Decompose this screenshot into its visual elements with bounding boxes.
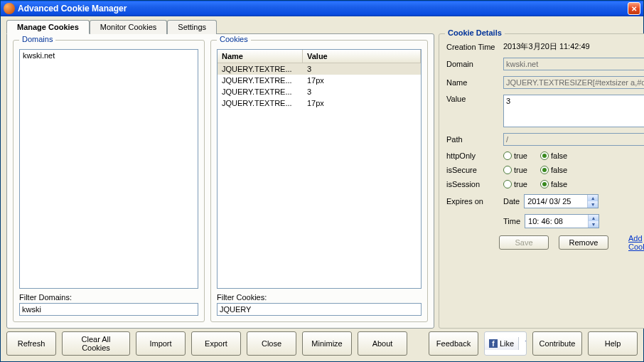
feedback-button[interactable]: Feedback — [429, 331, 478, 356]
domain-label: Domain — [446, 60, 499, 68]
cookies-rows: JQUERY.TEXTRE... 3 JQUERY.TEXTRE... 17px… — [218, 63, 421, 109]
app-window: Advanced Cookie Manager ✕ Manage Cookies… — [0, 0, 644, 362]
path-label: Path — [446, 135, 499, 144]
row-value: Value — [446, 95, 644, 127]
clear-all-cookies-button[interactable]: Clear All Cookies — [62, 331, 130, 356]
creation-time-value: 2013年3月20日 11:42:49 — [503, 41, 590, 52]
app-icon — [4, 3, 15, 14]
expires-time-spinner[interactable]: ▲ ▼ — [525, 214, 599, 228]
tab-manage-cookies[interactable]: Manage Cookies — [6, 20, 90, 34]
import-button[interactable]: Import — [136, 331, 186, 356]
filter-domains-label: Filter Domains: — [19, 293, 198, 302]
export-button[interactable]: Export — [191, 331, 241, 356]
filter-domains-input[interactable] — [19, 303, 198, 316]
value-label: Value — [446, 95, 499, 103]
row-issecure: isSecure true false — [446, 166, 644, 174]
expires-time-input[interactable] — [525, 215, 588, 228]
creation-time-label: Creation Time — [446, 43, 499, 51]
domains-legend: Domains — [19, 35, 55, 43]
like-count: 72 — [519, 337, 527, 350]
refresh-button[interactable]: Refresh — [6, 331, 56, 356]
facebook-like-widget[interactable]: f Like 72 — [484, 331, 527, 356]
close-icon: ✕ — [631, 5, 637, 13]
add-cookie-link[interactable]: Add Cookie — [628, 234, 644, 251]
radio-icon — [540, 151, 549, 160]
radio-icon — [503, 151, 512, 160]
radio-icon — [503, 166, 512, 174]
row-expires-date: Expires on Date ▲ ▼ — [446, 194, 644, 208]
issecure-true-radio[interactable]: true — [503, 166, 527, 174]
cell-value: 17px — [303, 97, 421, 109]
cookies-fieldset: Cookies Name Value JQUERY.TEXTRE... 3 — [210, 40, 428, 322]
bottom-toolbar: Refresh Clear All Cookies Import Export … — [6, 331, 638, 356]
row-creation-time: Creation Time 2013年3月20日 11:42:49 — [446, 41, 644, 52]
close-button[interactable]: Close — [247, 331, 296, 356]
expires-date-spinner[interactable]: ▲ ▼ — [524, 194, 599, 208]
cookies-table[interactable]: Name Value JQUERY.TEXTRE... 3 JQUERY.TEX… — [217, 49, 422, 289]
table-row[interactable]: JQUERY.TEXTRE... 17px — [218, 75, 421, 86]
cookie-details-panel: Cookie Details Creation Time 2013年3月20日 … — [439, 33, 644, 329]
cell-value: 3 — [303, 86, 421, 97]
facebook-icon: f — [489, 339, 498, 348]
spin-up-icon[interactable]: ▲ — [589, 215, 599, 221]
time-label: Time — [503, 217, 520, 225]
radio-icon — [540, 180, 549, 188]
row-path: Path — [446, 133, 644, 146]
close-window-button[interactable]: ✕ — [628, 2, 640, 15]
domains-listbox[interactable]: kwski.net — [19, 49, 198, 289]
row-httponly: httpOnly true false — [446, 151, 644, 160]
filter-cookies-input[interactable] — [217, 303, 422, 316]
issecure-false-radio[interactable]: false — [540, 166, 567, 174]
path-field — [503, 133, 644, 146]
table-row[interactable]: JQUERY.TEXTRE... 3 — [218, 63, 421, 75]
expires-label: Expires on — [446, 197, 499, 206]
detail-buttons: Save Remove Add Cookie — [499, 234, 644, 251]
cookies-header: Name Value — [218, 50, 421, 63]
cell-value: 3 — [303, 63, 421, 75]
col-value[interactable]: Value — [303, 50, 421, 63]
remove-button[interactable]: Remove — [559, 235, 608, 250]
col-name[interactable]: Name — [218, 50, 303, 63]
value-field[interactable] — [503, 95, 644, 127]
spin-down-icon[interactable]: ▼ — [588, 201, 598, 208]
expires-date-input[interactable] — [525, 195, 587, 208]
domains-fieldset: Domains kwski.net Filter Domains: — [13, 40, 205, 322]
httponly-true-radio[interactable]: true — [503, 151, 527, 160]
name-label: Name — [446, 78, 499, 87]
domain-item[interactable]: kwski.net — [20, 50, 198, 61]
domain-field — [503, 58, 644, 70]
spin-up-icon[interactable]: ▲ — [588, 195, 598, 201]
about-button[interactable]: About — [358, 331, 407, 356]
issession-true-radio[interactable]: true — [503, 180, 527, 188]
spin-down-icon[interactable]: ▼ — [589, 221, 599, 228]
table-row[interactable]: JQUERY.TEXTRE... 3 — [218, 86, 421, 97]
row-name: Name — [446, 76, 644, 89]
tab-page: Domains kwski.net Filter Domains: Cookie… — [6, 33, 434, 329]
issession-label: isSession — [446, 180, 499, 188]
like-label: Like — [500, 339, 514, 348]
titlebar: Advanced Cookie Manager ✕ — [1, 1, 643, 16]
main-grid: Domains kwski.net Filter Domains: Cookie… — [6, 33, 638, 329]
tab-monitor-cookies[interactable]: Monitor Cookies — [90, 20, 167, 34]
name-field — [503, 76, 644, 89]
row-domain: Domain — [446, 58, 644, 70]
tab-settings[interactable]: Settings — [167, 20, 217, 34]
issession-false-radio[interactable]: false — [540, 180, 567, 188]
spin-buttons: ▲ ▼ — [587, 195, 598, 208]
httponly-label: httpOnly — [446, 151, 499, 160]
window-title: Advanced Cookie Manager — [18, 4, 628, 14]
minimize-button[interactable]: Minimize — [302, 331, 352, 356]
tabstrip: Manage Cookies Monitor Cookies Settings — [6, 19, 638, 33]
httponly-false-radio[interactable]: false — [540, 151, 567, 160]
cell-name: JQUERY.TEXTRE... — [218, 63, 303, 75]
issecure-label: isSecure — [446, 166, 499, 174]
table-row[interactable]: JQUERY.TEXTRE... 17px — [218, 97, 421, 109]
radio-icon — [503, 180, 512, 188]
cell-name: JQUERY.TEXTRE... — [218, 86, 303, 97]
date-label: Date — [503, 197, 520, 206]
save-button[interactable]: Save — [499, 235, 549, 250]
row-expires-time: Time ▲ ▼ — [446, 214, 644, 228]
radio-icon — [540, 166, 549, 174]
contribute-button[interactable]: Contribute — [532, 331, 582, 356]
help-button[interactable]: Help — [588, 331, 638, 356]
